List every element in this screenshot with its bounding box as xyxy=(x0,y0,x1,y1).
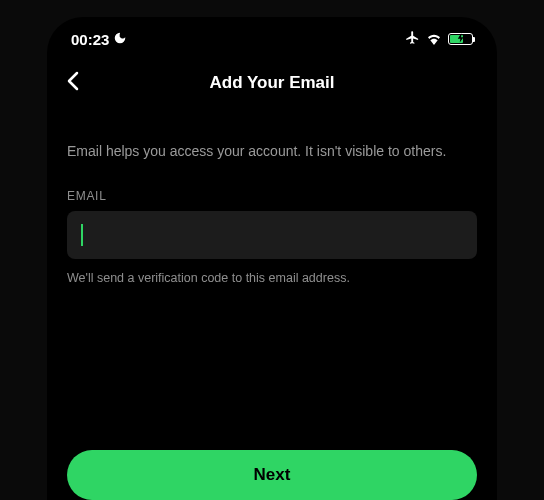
email-field[interactable] xyxy=(85,227,463,244)
status-bar: 00:23 xyxy=(47,17,497,61)
airplane-icon xyxy=(405,30,420,48)
email-input-container[interactable] xyxy=(67,211,477,259)
page-title: Add Your Email xyxy=(209,73,334,93)
status-left: 00:23 xyxy=(71,31,127,48)
description-text: Email helps you access your account. It … xyxy=(67,141,477,161)
status-right xyxy=(405,30,473,48)
back-button[interactable] xyxy=(67,71,79,95)
text-cursor xyxy=(81,224,83,246)
email-label: EMAIL xyxy=(67,189,477,203)
wifi-icon xyxy=(426,31,442,48)
battery-icon xyxy=(448,33,473,45)
next-button[interactable]: Next xyxy=(67,450,477,500)
content: Email helps you access your account. It … xyxy=(47,105,497,285)
moon-icon xyxy=(113,31,127,48)
charging-bolt-icon xyxy=(457,34,464,45)
phone-screen: 00:23 Add Your Email Emai xyxy=(47,17,497,500)
status-time: 00:23 xyxy=(71,31,109,48)
hint-text: We'll send a verification code to this e… xyxy=(67,271,477,285)
header: Add Your Email xyxy=(47,61,497,105)
